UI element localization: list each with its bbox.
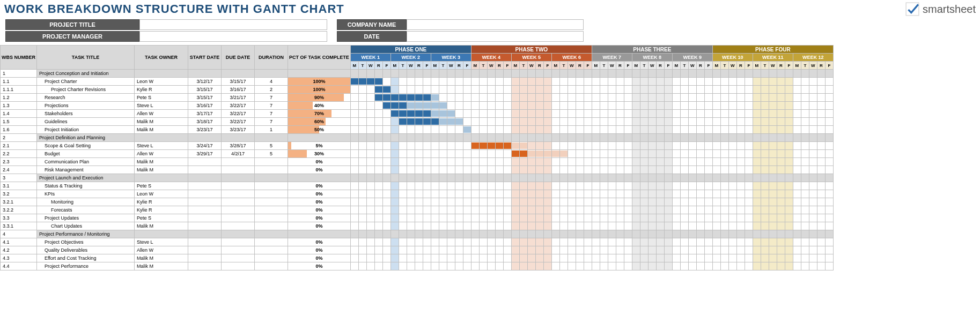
gantt-cell[interactable] bbox=[415, 86, 423, 94]
gantt-cell[interactable] bbox=[495, 158, 503, 166]
gantt-cell[interactable] bbox=[825, 254, 833, 262]
gantt-cell[interactable] bbox=[696, 158, 704, 166]
gantt-cell[interactable] bbox=[648, 254, 656, 262]
gantt-cell[interactable] bbox=[648, 174, 656, 182]
gantt-cell[interactable] bbox=[415, 102, 423, 110]
gantt-cell[interactable] bbox=[559, 126, 568, 134]
gantt-cell[interactable] bbox=[407, 94, 415, 102]
gantt-cell[interactable] bbox=[495, 110, 503, 118]
gantt-cell[interactable] bbox=[455, 206, 463, 214]
gantt-cell[interactable] bbox=[696, 246, 704, 254]
gantt-cell[interactable] bbox=[447, 230, 455, 238]
gantt-cell[interactable] bbox=[801, 110, 809, 118]
gantt-cell[interactable] bbox=[543, 206, 551, 214]
gantt-cell[interactable] bbox=[745, 174, 753, 182]
cell-due[interactable] bbox=[222, 254, 255, 262]
gantt-cell[interactable] bbox=[680, 190, 688, 198]
gantt-cell[interactable] bbox=[704, 78, 712, 86]
gantt-cell[interactable] bbox=[382, 214, 390, 222]
gantt-cell[interactable] bbox=[656, 118, 664, 126]
gantt-cell[interactable] bbox=[825, 70, 833, 78]
gantt-cell[interactable] bbox=[503, 102, 511, 110]
gantt-cell[interactable] bbox=[439, 126, 447, 134]
gantt-cell[interactable] bbox=[785, 118, 793, 126]
cell-title[interactable]: Project Initiation bbox=[37, 126, 135, 134]
cell-title[interactable]: Research bbox=[37, 94, 135, 102]
gantt-cell[interactable] bbox=[712, 206, 720, 214]
gantt-cell[interactable] bbox=[366, 222, 374, 230]
gantt-cell[interactable] bbox=[399, 142, 407, 150]
cell-start[interactable]: 3/18/17 bbox=[188, 118, 222, 126]
gantt-cell[interactable] bbox=[640, 198, 648, 206]
gantt-cell[interactable] bbox=[519, 238, 527, 246]
cell-pct[interactable] bbox=[288, 134, 351, 142]
gantt-cell[interactable] bbox=[761, 94, 769, 102]
cell-due[interactable]: 3/21/17 bbox=[222, 94, 255, 102]
gantt-cell[interactable] bbox=[720, 134, 728, 142]
gantt-cell[interactable] bbox=[696, 70, 704, 78]
gantt-cell[interactable] bbox=[704, 70, 712, 78]
cell-start[interactable]: 3/15/17 bbox=[188, 86, 222, 94]
gantt-cell[interactable] bbox=[495, 230, 503, 238]
gantt-cell[interactable] bbox=[696, 206, 704, 214]
gantt-cell[interactable] bbox=[761, 230, 769, 238]
gantt-cell[interactable] bbox=[753, 206, 761, 214]
gantt-cell[interactable] bbox=[672, 214, 680, 222]
cell-due[interactable]: 3/22/17 bbox=[222, 118, 255, 126]
gantt-cell[interactable] bbox=[745, 214, 753, 222]
gantt-cell[interactable] bbox=[753, 246, 761, 254]
gantt-cell[interactable] bbox=[785, 198, 793, 206]
gantt-cell[interactable] bbox=[680, 118, 688, 126]
gantt-cell[interactable] bbox=[696, 150, 704, 158]
gantt-cell[interactable] bbox=[407, 222, 415, 230]
gantt-cell[interactable] bbox=[399, 94, 407, 102]
gantt-cell[interactable] bbox=[350, 78, 358, 86]
gantt-cell[interactable] bbox=[761, 246, 769, 254]
gantt-cell[interactable] bbox=[584, 70, 592, 78]
gantt-cell[interactable] bbox=[785, 110, 793, 118]
gantt-cell[interactable] bbox=[527, 150, 535, 158]
gantt-cell[interactable] bbox=[374, 70, 382, 78]
gantt-cell[interactable] bbox=[793, 246, 801, 254]
gantt-cell[interactable] bbox=[648, 94, 656, 102]
gantt-cell[interactable] bbox=[471, 198, 479, 206]
gantt-cell[interactable] bbox=[366, 238, 374, 246]
gantt-cell[interactable] bbox=[680, 78, 688, 86]
gantt-cell[interactable] bbox=[616, 222, 624, 230]
gantt-cell[interactable] bbox=[704, 254, 712, 262]
gantt-cell[interactable] bbox=[817, 262, 825, 270]
cell-dur[interactable] bbox=[255, 174, 288, 182]
gantt-cell[interactable] bbox=[447, 150, 455, 158]
gantt-cell[interactable] bbox=[664, 78, 672, 86]
gantt-cell[interactable] bbox=[825, 150, 833, 158]
gantt-cell[interactable] bbox=[608, 142, 616, 150]
gantt-cell[interactable] bbox=[439, 206, 447, 214]
gantt-cell[interactable] bbox=[793, 230, 801, 238]
gantt-cell[interactable] bbox=[817, 174, 825, 182]
cell-pct[interactable]: 0% bbox=[288, 246, 351, 254]
gantt-cell[interactable] bbox=[640, 150, 648, 158]
gantt-cell[interactable] bbox=[769, 126, 777, 134]
cell-start[interactable] bbox=[188, 198, 222, 206]
cell-wbs[interactable]: 3.3 bbox=[1, 214, 37, 222]
cell-dur[interactable] bbox=[255, 246, 288, 254]
gantt-cell[interactable] bbox=[825, 238, 833, 246]
gantt-cell[interactable] bbox=[785, 78, 793, 86]
gantt-cell[interactable] bbox=[809, 182, 817, 190]
cell-owner[interactable]: Malik M bbox=[135, 254, 188, 262]
gantt-cell[interactable] bbox=[656, 94, 664, 102]
gantt-cell[interactable] bbox=[640, 158, 648, 166]
gantt-cell[interactable] bbox=[350, 142, 358, 150]
gantt-cell[interactable] bbox=[793, 262, 801, 270]
cell-dur[interactable] bbox=[255, 206, 288, 214]
gantt-cell[interactable] bbox=[519, 150, 527, 158]
gantt-cell[interactable] bbox=[736, 126, 745, 134]
gantt-cell[interactable] bbox=[728, 158, 736, 166]
gantt-cell[interactable] bbox=[680, 198, 688, 206]
gantt-cell[interactable] bbox=[423, 182, 431, 190]
gantt-cell[interactable] bbox=[382, 78, 390, 86]
gantt-cell[interactable] bbox=[664, 118, 672, 126]
gantt-cell[interactable] bbox=[382, 142, 390, 150]
gantt-cell[interactable] bbox=[495, 222, 503, 230]
gantt-cell[interactable] bbox=[431, 254, 439, 262]
